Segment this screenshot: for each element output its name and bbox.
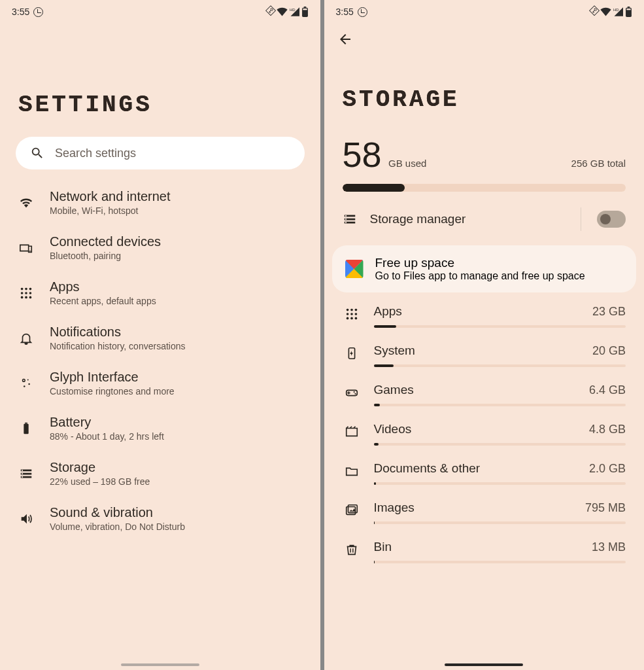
trash-icon: [343, 540, 361, 557]
images-icon: [343, 501, 361, 518]
settings-item-devices[interactable]: Connected devicesBluetooth, pairing: [0, 225, 320, 270]
vpn-icon: ⚿: [588, 4, 602, 18]
search-settings[interactable]: [16, 137, 305, 169]
battery-icon: [301, 7, 309, 17]
svg-point-36: [346, 317, 348, 320]
svg-point-20: [22, 469, 23, 470]
item-title: Battery: [50, 415, 306, 430]
alarm-icon: [33, 7, 43, 17]
cat-bar: [374, 364, 626, 367]
storage-cat-games[interactable]: Games6.4 GB: [324, 375, 645, 414]
item-subtitle: Recent apps, default apps: [50, 296, 306, 306]
svg-point-12: [25, 296, 27, 298]
gesture-bar[interactable]: [121, 663, 199, 666]
used-number: 58: [343, 134, 382, 175]
cat-amount: 13 MB: [592, 540, 626, 554]
svg-point-42: [354, 393, 356, 395]
svg-point-28: [345, 219, 346, 220]
gesture-bar[interactable]: [445, 663, 523, 666]
cat-amount: 4.8 GB: [589, 423, 626, 436]
svg-rect-3: [303, 9, 307, 10]
free-up-sub: Go to Files app to manage and free up sp…: [375, 270, 585, 282]
status-time: 3:55: [12, 7, 29, 17]
svg-point-41: [353, 391, 354, 393]
cat-name: Games: [374, 383, 414, 397]
storage-category-list: Apps23 GBSystem20 GBGames6.4 GBVideos4.8…: [324, 296, 645, 571]
wifi-icon: [277, 7, 288, 16]
item-subtitle: Bluetooth, pairing: [50, 251, 306, 261]
storage-cat-system[interactable]: System20 GB: [324, 336, 645, 375]
item-title: Apps: [50, 279, 306, 294]
used-unit: GB used: [388, 158, 426, 169]
svg-point-32: [354, 309, 357, 311]
signal-icon: HD: [290, 7, 299, 16]
svg-text:HD: HD: [613, 8, 619, 12]
storage-cat-images[interactable]: Images795 MB: [324, 493, 645, 532]
item-title: Notifications: [50, 325, 306, 340]
svg-point-13: [29, 296, 32, 298]
item-title: Connected devices: [50, 234, 306, 249]
storage-cat-trash[interactable]: Bin13 MB: [324, 532, 645, 571]
page-title: SETTINGS: [0, 92, 320, 118]
storage-manager-row[interactable]: Storage manager: [324, 197, 645, 241]
settings-screen: 3:55 ⚿ HD SETTINGS Network and internetM…: [0, 0, 320, 670]
cat-name: Videos: [374, 422, 412, 436]
apps-icon: [14, 286, 38, 300]
settings-item-battery[interactable]: Battery88% - About 1 day, 2 hrs left: [0, 406, 320, 451]
cat-amount: 795 MB: [585, 501, 626, 515]
storage-cat-apps[interactable]: Apps23 GB: [324, 296, 645, 336]
item-subtitle: Volume, vibration, Do Not Disturb: [50, 521, 306, 532]
battery-icon: [625, 7, 632, 17]
svg-point-17: [27, 379, 29, 380]
page-title: STORAGE: [324, 86, 645, 113]
apps-icon: [343, 304, 361, 321]
settings-item-glyph[interactable]: Glyph InterfaceCustomise ringtones and m…: [0, 361, 320, 406]
cat-name: System: [374, 344, 415, 358]
svg-point-27: [345, 215, 346, 217]
cat-amount: 2.0 GB: [589, 462, 626, 476]
svg-point-21: [22, 472, 23, 474]
sound-icon: [14, 512, 38, 526]
settings-item-bell[interactable]: NotificationsNotification history, conve…: [0, 315, 320, 361]
usage-bar: [343, 184, 626, 192]
svg-rect-2: [303, 7, 306, 8]
free-up-title: Free up space: [375, 256, 585, 270]
storage-cat-videos[interactable]: Videos4.8 GB: [324, 414, 645, 453]
storage-usage: 58 GB used 256 GB total: [324, 128, 645, 197]
cat-amount: 23 GB: [592, 305, 626, 319]
vpn-icon: ⚿: [263, 4, 277, 18]
free-up-space-card[interactable]: Free up space Go to Files app to manage …: [332, 245, 637, 292]
total-label: 256 GB total: [571, 158, 626, 169]
item-subtitle: 22% used – 198 GB free: [50, 476, 306, 487]
cat-amount: 6.4 GB: [589, 383, 626, 397]
storage-manager-toggle[interactable]: [597, 211, 626, 228]
back-button[interactable]: [337, 31, 632, 47]
settings-item-wifi[interactable]: Network and internetMobile, Wi-Fi, hotsp…: [0, 180, 320, 225]
cat-name: Bin: [374, 540, 392, 554]
svg-rect-19: [25, 422, 27, 423]
search-icon: [30, 146, 44, 160]
item-subtitle: Mobile, Wi-Fi, hotspot: [50, 205, 306, 216]
search-input[interactable]: [55, 147, 290, 160]
alarm-icon: [358, 7, 367, 17]
svg-rect-26: [626, 9, 630, 10]
cat-amount: 20 GB: [592, 344, 626, 358]
divider: [581, 207, 581, 231]
status-bar: 3:55 ⚿ HD: [0, 0, 320, 20]
settings-item-apps[interactable]: AppsRecent apps, default apps: [0, 270, 320, 315]
item-title: Sound & vibration: [50, 505, 306, 520]
svg-point-7: [29, 287, 32, 290]
settings-item-sound[interactable]: Sound & vibrationVolume, vibration, Do N…: [0, 496, 320, 541]
item-title: Storage: [50, 460, 306, 475]
svg-point-35: [354, 313, 357, 315]
cat-bar: [374, 325, 626, 328]
videos-icon: [343, 422, 361, 439]
wifi-icon: [600, 7, 611, 16]
storage-cat-folder[interactable]: Documents & other2.0 GB: [324, 453, 645, 493]
svg-point-11: [21, 296, 24, 298]
item-subtitle: 88% - About 1 day, 2 hrs left: [50, 431, 306, 442]
svg-point-38: [354, 317, 357, 320]
item-subtitle: Notification history, conversations: [50, 341, 306, 351]
settings-item-storage[interactable]: Storage22% used – 198 GB free: [0, 451, 320, 496]
svg-point-22: [22, 476, 23, 478]
